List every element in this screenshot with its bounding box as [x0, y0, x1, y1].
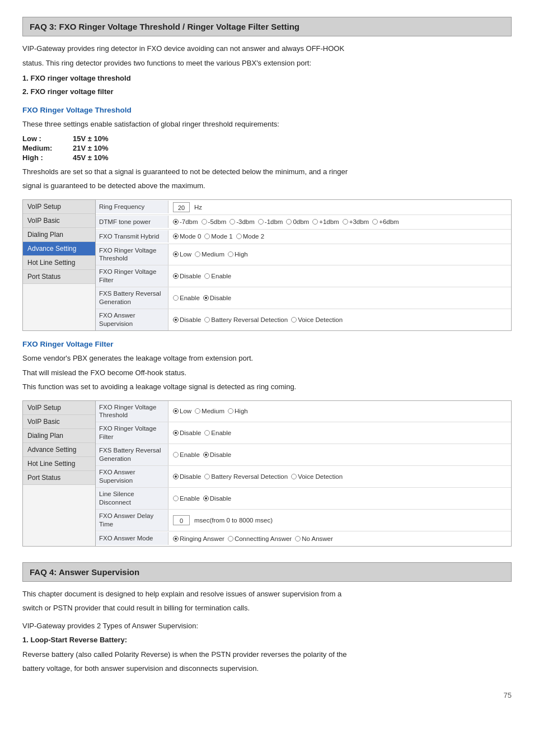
radio-option[interactable]: Ringing Answer: [173, 535, 224, 542]
sidebar-item[interactable]: Hot Line Setting: [23, 256, 95, 270]
radio-option[interactable]: 0dbm: [286, 218, 309, 225]
radio-option[interactable]: +3dbm: [343, 218, 369, 225]
faq4-intro2: switch or PSTN provider that could resul…: [22, 603, 512, 614]
radio-option[interactable]: No Answer: [295, 535, 333, 542]
radio-option[interactable]: +1dbm: [312, 218, 339, 225]
sidebar-item[interactable]: Port Status: [23, 270, 95, 284]
radio-empty-icon: [229, 219, 235, 225]
radio-empty-icon: [202, 219, 207, 225]
radio-option[interactable]: High: [228, 251, 248, 258]
radio-empty-icon: [286, 219, 292, 225]
radio-empty-icon: [204, 430, 210, 436]
radio-selected-icon: [173, 536, 179, 542]
radio-option[interactable]: Low: [173, 408, 191, 414]
radio-label: Voice Detection: [298, 473, 343, 480]
radio-option[interactable]: Battery Reversal Detection: [204, 316, 288, 323]
radio-option[interactable]: Medium: [195, 408, 224, 414]
radio-empty-icon: [173, 295, 179, 301]
radio-option[interactable]: Disable: [173, 316, 201, 323]
radio-label: Voice Detection: [298, 316, 343, 323]
radio-label: -3dbm: [236, 218, 255, 225]
radio-option[interactable]: Disable: [173, 473, 201, 480]
settings-row: FXO Answer SupervisionDisableBattery Rev…: [96, 309, 511, 330]
sidebar-item[interactable]: Advance Setting: [23, 443, 95, 457]
settings-row: FXO Answer Delay Time0msec(from 0 to 800…: [96, 510, 511, 531]
radio-label: Disable: [180, 273, 201, 279]
settings-row: DTMF tone power-7dbm-5dbm-3dbm-1dbm0dbm+…: [96, 215, 511, 230]
sidebar-item[interactable]: VoIP Basic: [23, 415, 95, 429]
row-value: 20Hz: [168, 200, 207, 214]
radio-option[interactable]: Low: [173, 251, 191, 258]
delay-unit: msec(from 0 to 8000 msec): [194, 517, 273, 524]
radio-option[interactable]: Voice Detection: [291, 473, 343, 480]
radio-selected-icon: [203, 295, 209, 301]
settings-row: FXO Transmit HybridMode 0Mode 1Mode 2: [96, 230, 511, 244]
settings-row: FXO Answer ModeRinging AnswerConnectting…: [96, 531, 511, 546]
radio-option[interactable]: Connectting Answer: [228, 535, 292, 542]
radio-option[interactable]: -7dbm: [173, 218, 198, 225]
radio-option[interactable]: Disable: [203, 495, 231, 502]
row-label: FXO Answer Supervision: [96, 309, 168, 330]
freq-input[interactable]: 20: [173, 202, 190, 212]
row-label: FXO Ringer Voltage Threshold: [96, 401, 168, 422]
row-value: EnableDisable: [168, 449, 236, 460]
radio-option[interactable]: Enable: [204, 430, 231, 436]
page-number: 75: [22, 691, 512, 699]
sidebar-item[interactable]: Port Status: [23, 471, 95, 485]
settings-row: FXS Battery Reversal GenerationEnableDis…: [96, 287, 511, 309]
sidebar-item[interactable]: Dialing Plan: [23, 228, 95, 242]
radio-option[interactable]: +6dbm: [372, 218, 399, 225]
radio-empty-icon: [228, 536, 233, 542]
radio-label: Medium: [202, 251, 224, 258]
radio-label: Medium: [202, 408, 224, 414]
radio-option[interactable]: Enable: [173, 451, 200, 458]
row-value: LowMediumHigh: [168, 405, 252, 417]
radio-label: Enable: [180, 495, 200, 502]
sidebar-item[interactable]: VoIP Basic: [23, 214, 95, 228]
threshold-note1: Thresholds are set so that a signal is g…: [22, 166, 512, 178]
radio-option[interactable]: Enable: [173, 495, 200, 502]
radio-empty-icon: [195, 408, 200, 414]
sidebar-item[interactable]: Dialing Plan: [23, 429, 95, 443]
filter-p3: This function was set to avoiding a leak…: [22, 381, 512, 393]
radio-option[interactable]: Disable: [203, 295, 231, 301]
radio-option[interactable]: Enable: [204, 273, 231, 279]
sidebar-item[interactable]: Hot Line Setting: [23, 457, 95, 471]
radio-option[interactable]: -5dbm: [202, 218, 227, 225]
radio-option[interactable]: Mode 0: [173, 233, 201, 240]
radio-selected-icon: [173, 317, 179, 323]
radio-option[interactable]: Disable: [173, 430, 201, 436]
radio-label: Mode 2: [243, 233, 264, 240]
radio-option[interactable]: -1dbm: [258, 218, 283, 225]
radio-label: +6dbm: [379, 218, 399, 225]
radio-empty-icon: [228, 251, 233, 257]
settings-panel-1: VoIP SetupVoIP BasicDialing PlanAdvance …: [22, 199, 512, 332]
radio-option[interactable]: Disable: [173, 273, 201, 279]
row-value: DisableEnable: [168, 270, 236, 282]
delay-input[interactable]: 0: [173, 515, 190, 525]
radio-option[interactable]: Battery Reversal Detection: [204, 473, 288, 480]
high-label: High :: [22, 153, 73, 162]
radio-empty-icon: [295, 536, 301, 542]
settings-row: FXO Answer SupervisionDisableBattery Rev…: [96, 466, 511, 488]
sidebar-item[interactable]: VoIP Setup: [23, 200, 95, 214]
radio-option[interactable]: High: [228, 408, 248, 414]
radio-selected-icon: [173, 273, 179, 279]
row-label: FXO Ringer Voltage Filter: [96, 422, 168, 444]
radio-empty-icon: [236, 234, 242, 239]
radio-option[interactable]: Mode 1: [204, 233, 232, 240]
sidebar-item[interactable]: VoIP Setup: [23, 401, 95, 415]
radio-option[interactable]: Enable: [173, 295, 200, 301]
filter-p1: Some vendor's PBX generates the leakage …: [22, 353, 512, 364]
radio-option[interactable]: Disable: [203, 451, 231, 458]
radio-option[interactable]: Mode 2: [236, 233, 264, 240]
radio-option[interactable]: -3dbm: [229, 218, 255, 225]
radio-option[interactable]: Medium: [195, 251, 224, 258]
radio-empty-icon: [195, 251, 200, 257]
radio-empty-icon: [291, 474, 297, 479]
sidebar-item[interactable]: Advance Setting: [23, 242, 95, 256]
row-value: EnableDisable: [168, 493, 236, 504]
faq3-section: FAQ 3: FXO Ringer Voltage Threshold / Ri…: [22, 17, 512, 547]
radio-option[interactable]: Voice Detection: [291, 316, 343, 323]
faq4-intro1: This chapter document is designed to hel…: [22, 589, 512, 600]
